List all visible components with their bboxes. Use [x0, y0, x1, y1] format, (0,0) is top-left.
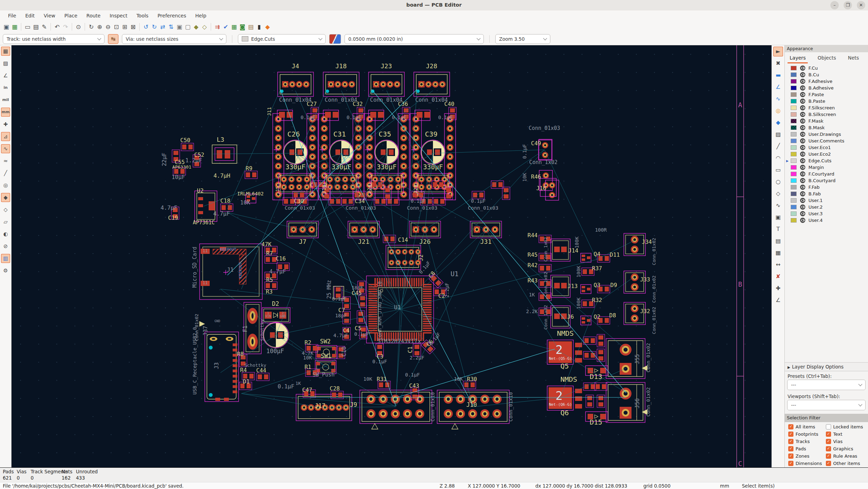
visibility-eye-icon[interactable] — [800, 165, 805, 170]
local-ratsnest-icon[interactable]: ✖ — [773, 59, 783, 68]
filter-tracks[interactable]: ✓Tracks — [788, 439, 826, 444]
layer-row-f.adhesive[interactable]: F.Adhesive — [785, 78, 868, 85]
mirror-h-icon[interactable]: ⇄ — [158, 23, 167, 31]
layer-color-swatch[interactable] — [791, 165, 797, 170]
route-tracks-icon[interactable]: ∠ — [773, 82, 783, 92]
update-pcb-from-schematic-icon[interactable]: ⇉ — [213, 23, 222, 31]
filter-graphics[interactable]: ✓Graphics — [826, 446, 866, 451]
filter-all-items[interactable]: ✓All items — [788, 424, 826, 429]
page-settings-icon[interactable]: ▭ — [23, 23, 32, 31]
layer-color-swatch[interactable] — [791, 152, 797, 156]
filter-other-items[interactable]: ✓Other items — [826, 461, 866, 466]
draw-zone-icon[interactable]: ◆ — [773, 118, 783, 127]
layer-row-edge.cuts[interactable]: ▶Edge.Cuts — [785, 157, 868, 164]
presets-dropdown[interactable]: --- — [787, 380, 866, 390]
tab-layers[interactable]: Layers — [790, 55, 806, 63]
checkbox[interactable]: ✓ — [788, 461, 793, 466]
library-icon[interactable]: ▤ — [247, 23, 255, 31]
layer-row-f.cu[interactable]: F.Cu — [785, 65, 868, 71]
ratsnest-curved-icon[interactable]: ∿ — [1, 144, 10, 153]
layer-color-swatch[interactable] — [791, 86, 797, 90]
layer-color-swatch[interactable] — [791, 92, 797, 97]
visibility-eye-icon[interactable] — [800, 99, 805, 104]
viewports-dropdown[interactable]: --- — [787, 400, 866, 410]
board-setup-icon[interactable]: ▦ — [10, 23, 19, 31]
visibility-eye-icon[interactable] — [800, 72, 805, 77]
draw-arc-icon[interactable]: ◠ — [773, 153, 783, 163]
place-table-icon[interactable]: ▦ — [773, 248, 783, 258]
layer-color-swatch[interactable] — [791, 185, 797, 189]
zone-outline-mode-icon[interactable]: ◇ — [1, 205, 10, 214]
layer-display-options[interactable]: ▶Layer Display Options — [785, 362, 868, 371]
layer-color-swatch[interactable] — [791, 205, 797, 209]
visibility-eye-icon[interactable] — [800, 132, 805, 137]
zoom-out-icon[interactable]: ⊖ — [104, 23, 112, 31]
units-mils-icon[interactable]: mil — [1, 95, 10, 104]
mirror-v-icon[interactable]: ⇅ — [167, 23, 175, 31]
place-footprint-icon[interactable]: ▬ — [773, 70, 783, 80]
units-inches-icon[interactable]: in — [1, 83, 10, 92]
unlock-icon[interactable]: ◇ — [200, 23, 209, 31]
rule-area-icon[interactable]: ▨ — [773, 130, 783, 139]
checkbox[interactable]: ✓ — [826, 439, 831, 444]
layer-row-user.1[interactable]: User.1 — [785, 197, 868, 204]
visibility-eye-icon[interactable] — [800, 125, 805, 130]
minimize-button[interactable]: – — [830, 1, 839, 9]
layer-color-swatch[interactable] — [791, 72, 797, 77]
layer-row-f.fab[interactable]: F.Fab — [785, 184, 868, 191]
menu-edit[interactable]: Edit — [21, 11, 39, 20]
checkbox[interactable]: ✓ — [826, 453, 831, 459]
pcb-board-view[interactable]: J4Conn_01x04J18Conn_01x04J23Conn_01x04J2… — [11, 45, 772, 467]
layers-manager-icon[interactable]: ▥ — [1, 254, 10, 263]
layer-row-user.2[interactable]: User.2 — [785, 204, 868, 210]
visibility-eye-icon[interactable] — [800, 178, 805, 183]
footprint-editor-icon[interactable]: ▦ — [230, 23, 238, 31]
visibility-eye-icon[interactable] — [800, 152, 805, 157]
layer-color-swatch[interactable] — [791, 139, 797, 143]
layer-color-swatch[interactable] — [791, 145, 797, 150]
visibility-eye-icon[interactable] — [800, 138, 805, 143]
menu-inspect[interactable]: Inspect — [105, 11, 132, 20]
zone-fill-mode-icon[interactable]: ◆ — [1, 193, 10, 202]
layer-row-b.mask[interactable]: B.Mask — [785, 124, 868, 131]
refresh-icon[interactable]: ↻ — [87, 23, 95, 31]
menu-file[interactable]: File — [3, 11, 21, 20]
layer-row-b.silkscreen[interactable]: B.Silkscreen — [785, 111, 868, 118]
plot-icon[interactable]: ✎ — [40, 23, 48, 31]
filter-dimensions[interactable]: ✓Dimensions — [788, 461, 826, 466]
rotate-ccw-icon[interactable]: ↺ — [142, 23, 150, 31]
tab-nets[interactable]: Nets — [848, 55, 859, 63]
draw-bezier-icon[interactable]: ∿ — [773, 201, 783, 210]
draw-line-icon[interactable]: ╱ — [773, 141, 783, 151]
layer-row-user.3[interactable]: User.3 — [785, 210, 868, 217]
pad-transparency-icon[interactable]: ◐ — [1, 230, 10, 239]
measure-icon[interactable]: ∠ — [773, 295, 783, 305]
menu-preferences[interactable]: Preferences — [153, 11, 191, 20]
footprint-properties-icon[interactable]: ◙ — [238, 23, 247, 31]
pad-display-icon[interactable]: ◎ — [1, 181, 10, 190]
layer-row-b.fab[interactable]: B.Fab — [785, 191, 868, 197]
track-width-dropdown[interactable]: Track: use netclass width — [3, 34, 104, 44]
layer-color-swatch[interactable] — [791, 106, 797, 110]
visibility-eye-icon[interactable] — [800, 105, 805, 110]
layer-row-user.eco1[interactable]: User.Eco1 — [785, 144, 868, 151]
filter-rule-areas[interactable]: ✓Rule Areas — [826, 453, 866, 459]
route-diff-pair-icon[interactable]: ∿ — [773, 94, 783, 104]
pcb-canvas[interactable]: J4Conn_01x04J18Conn_01x04J23Conn_01x04J2… — [11, 45, 772, 467]
place-text-icon[interactable]: T — [773, 224, 783, 234]
pads-outline-mode-icon[interactable]: ╱ — [1, 169, 10, 178]
visibility-eye-icon[interactable] — [800, 145, 805, 150]
layer-row-user.eco2[interactable]: User.Eco2 — [785, 151, 868, 157]
layer-row-user.4[interactable]: User.4 — [785, 217, 868, 224]
scripting-console-icon[interactable]: ▮ — [255, 23, 263, 31]
checkbox[interactable]: ✓ — [788, 446, 793, 451]
select-tool-icon[interactable]: ► — [773, 47, 783, 56]
menu-help[interactable]: Help — [191, 11, 211, 20]
layer-color-swatch[interactable] — [791, 119, 797, 123]
filter-pads[interactable]: ✓Pads — [788, 446, 826, 451]
print-icon[interactable]: ▤ — [32, 23, 40, 31]
checkbox[interactable]: ✓ — [826, 461, 831, 466]
visibility-eye-icon[interactable] — [800, 191, 805, 196]
zoom-objects-icon[interactable]: ⊞ — [121, 23, 129, 31]
properties-panel-icon[interactable]: ⚙ — [1, 266, 10, 275]
